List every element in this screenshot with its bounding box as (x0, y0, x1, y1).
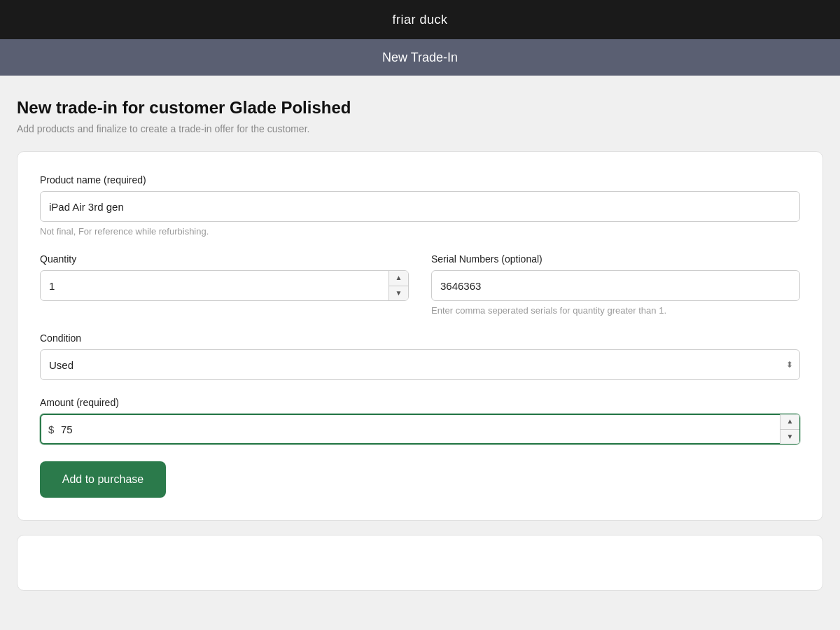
trade-in-form-card: Product name (required) Not final, For r… (17, 151, 823, 521)
quantity-spinner-buttons: ▲ ▼ (388, 271, 408, 300)
serial-hint: Enter comma seperated serials for quanti… (431, 305, 800, 316)
amount-increment-button[interactable]: ▲ (780, 414, 799, 430)
quantity-serial-row: Quantity ▲ ▼ Serial Numbers (optional) E… (40, 253, 800, 332)
serial-field-group: Serial Numbers (optional) Enter comma se… (431, 253, 800, 316)
quantity-input[interactable] (40, 270, 409, 301)
amount-input-wrapper: $ ▲ ▼ (40, 414, 800, 444)
quantity-spinner-wrapper: ▲ ▼ (40, 270, 409, 301)
page-subtitle: Add products and finalize to create a tr… (17, 123, 823, 134)
second-card (17, 535, 823, 591)
quantity-increment-button[interactable]: ▲ (389, 271, 408, 286)
product-name-input[interactable] (40, 191, 800, 222)
main-content: New trade-in for customer Glade Polished… (0, 76, 840, 630)
product-name-label: Product name (required) (40, 174, 800, 186)
condition-field-group: Condition New Like New Used Damaged ⬍ (40, 332, 800, 380)
dollar-sign-icon: $ (48, 424, 54, 435)
product-name-hint: Not final, For reference while refurbish… (40, 226, 800, 237)
sub-header: New Trade-In (0, 39, 840, 76)
serial-input[interactable] (431, 270, 800, 301)
condition-label: Condition (40, 332, 800, 344)
quantity-decrement-button[interactable]: ▼ (389, 286, 408, 301)
condition-select[interactable]: New Like New Used Damaged (40, 349, 800, 380)
app-title: friar duck (392, 13, 447, 27)
page-heading: New trade-in for customer Glade Polished (17, 98, 823, 118)
amount-input[interactable] (40, 414, 800, 444)
amount-decrement-button[interactable]: ▼ (780, 430, 799, 444)
serial-label: Serial Numbers (optional) (431, 253, 800, 265)
page-title: New Trade-In (382, 50, 458, 65)
amount-label: Amount (required) (40, 397, 800, 408)
amount-field-group: Amount (required) $ ▲ ▼ (40, 397, 800, 444)
top-nav: friar duck (0, 0, 840, 39)
condition-select-wrapper: New Like New Used Damaged ⬍ (40, 349, 800, 380)
quantity-field-group: Quantity ▲ ▼ (40, 253, 409, 316)
add-to-purchase-button[interactable]: Add to purchase (40, 461, 166, 498)
quantity-label: Quantity (40, 253, 409, 265)
product-name-field-group: Product name (required) Not final, For r… (40, 174, 800, 237)
amount-spinner-buttons: ▲ ▼ (780, 414, 799, 444)
